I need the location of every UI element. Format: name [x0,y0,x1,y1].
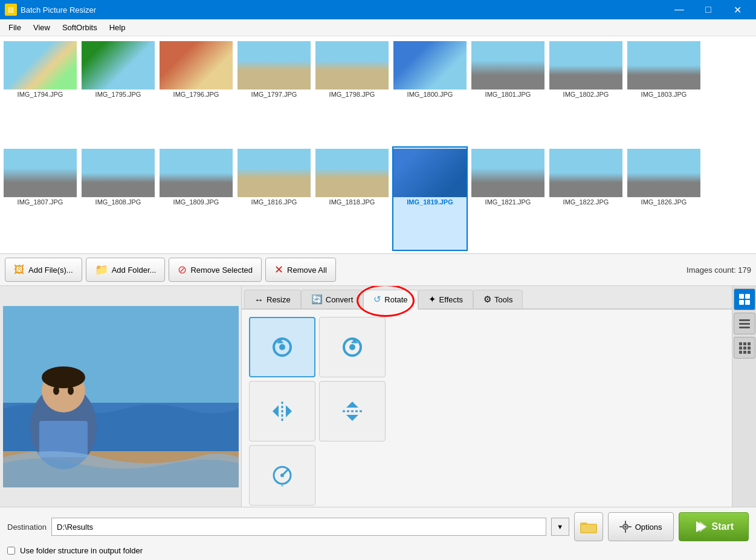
title-bar: 🖼 Batch Picture Resizer — □ ✕ [0,0,756,19]
thumb-item[interactable]: IMG_1794.JPG [2,39,78,144]
preview-pane [0,286,242,507]
thumb-item[interactable]: IMG_1818.JPG [314,146,390,252]
svg-rect-26 [739,342,742,345]
thumb-item-selected[interactable]: IMG_1819.JPG [392,146,468,252]
menu-help[interactable]: Help [103,21,132,34]
start-button[interactable]: Start [679,512,749,541]
app-title: Batch Picture Resizer [21,5,665,15]
svg-marker-45 [700,521,707,532]
menu-view[interactable]: View [27,21,56,34]
svg-rect-32 [739,351,742,354]
close-button[interactable]: ✕ [723,0,751,19]
app-icon: 🖼 [5,4,17,16]
svg-rect-41 [625,530,626,533]
destination-dropdown-button[interactable]: ▼ [551,518,569,536]
svg-rect-24 [739,323,750,325]
thumb-item[interactable]: IMG_1801.JPG [470,39,546,144]
add-files-icon: 🖼 [14,264,25,276]
tab-effects[interactable]: ✦ Effects [418,290,474,308]
thumb-label: IMG_1797.JPG [251,91,297,98]
menu-file[interactable]: File [2,21,27,34]
thumb-item[interactable]: IMG_1809.JPG [158,146,234,252]
folder-structure-checkbox[interactable] [7,547,15,555]
thumb-label: IMG_1822.JPG [563,198,609,206]
svg-point-17 [280,474,284,477]
svg-rect-34 [748,351,751,354]
thumb-item[interactable]: IMG_1816.JPG [236,146,312,252]
thumb-image [471,41,544,90]
svg-rect-33 [743,351,746,354]
add-folder-button[interactable]: 📁 Add Folder... [86,258,166,282]
tab-tools[interactable]: ⚙ Tools [473,290,523,308]
folder-structure-row: Use folder structure in output folder [7,546,749,555]
sidebar-grid-view-button[interactable] [734,337,755,359]
sidebar-list-view-button[interactable] [734,313,755,334]
rotate-ccw-button[interactable] [249,317,315,377]
folder-structure-label[interactable]: Use folder structure in output folder [20,546,143,555]
sidebar-gallery-view-button[interactable] [734,288,755,310]
thumb-image [315,41,389,90]
custom-rotate-button[interactable]: × [249,445,315,506]
remove-selected-button[interactable]: ⊘ Remove Selected [169,258,262,282]
thumb-label: IMG_1821.JPG [485,198,531,206]
thumb-label: IMG_1818.JPG [329,198,375,206]
thumb-item[interactable]: IMG_1822.JPG [548,146,624,252]
minimize-button[interactable]: — [665,0,693,19]
effects-icon: ✦ [428,294,436,305]
tab-resize[interactable]: ↔ Resize [244,290,301,308]
flip-horizontal-button[interactable] [249,381,315,441]
svg-rect-28 [748,342,751,345]
flip-vertical-button[interactable] [319,381,386,441]
rotate-cw-button[interactable] [319,317,386,377]
menu-softorbits[interactable]: SoftOrbits [56,21,103,34]
svg-rect-37 [581,525,596,532]
thumb-image [82,149,155,197]
thumb-label: IMG_1816.JPG [251,198,297,206]
add-files-label: Add File(s)... [28,265,73,275]
svg-rect-40 [625,521,626,524]
toolbar-row: 🖼 Add File(s)... 📁 Add Folder... ⊘ Remov… [0,254,756,286]
tab-rotate[interactable]: ↺ Rotate [363,290,418,310]
svg-rect-31 [748,347,751,350]
thumb-item[interactable]: IMG_1798.JPG [314,39,390,144]
thumb-item[interactable]: IMG_1800.JPG [392,39,468,144]
thumb-label: IMG_1808.JPG [95,198,141,206]
svg-rect-22 [745,300,750,305]
custom-rotate-icon: × [268,461,297,490]
svg-rect-20 [745,294,750,299]
svg-rect-19 [739,294,744,299]
options-button[interactable]: Options [608,512,674,541]
thumb-item[interactable]: IMG_1797.JPG [236,39,312,144]
thumb-item[interactable]: IMG_1826.JPG [626,146,702,252]
thumb-image [627,149,700,197]
remove-selected-label: Remove Selected [190,265,253,275]
convert-icon: 🔄 [311,294,323,305]
thumb-item[interactable]: IMG_1821.JPG [470,146,546,252]
options-gear-icon [619,521,632,533]
thumb-label: IMG_1795.JPG [95,91,141,98]
options-label: Options [635,523,662,532]
thumb-label: IMG_1809.JPG [173,198,219,206]
list-view-icon [738,317,751,330]
start-icon [694,520,707,533]
thumb-item[interactable]: IMG_1808.JPG [80,146,156,252]
add-files-button[interactable]: 🖼 Add File(s)... [5,258,82,282]
destination-input[interactable] [51,518,546,536]
gallery-area: IMG_1794.JPG IMG_1795.JPG IMG_1796.JPG I… [0,36,756,560]
start-label: Start [712,521,734,532]
svg-rect-0 [3,306,239,403]
thumb-item[interactable]: IMG_1803.JPG [626,39,702,144]
remove-all-button[interactable]: ✕ Remove All [265,258,336,282]
thumb-item[interactable]: IMG_1795.JPG [80,39,156,144]
thumb-label: IMG_1807.JPG [18,198,63,206]
maximize-button[interactable]: □ [694,0,722,19]
thumb-item[interactable]: IMG_1807.JPG [2,146,78,252]
destination-row: Destination ▼ [7,512,749,541]
svg-point-10 [279,344,285,350]
svg-rect-29 [739,347,742,350]
tab-resize-label: Resize [267,295,291,304]
thumb-item[interactable]: IMG_1796.JPG [158,39,234,144]
thumb-item[interactable]: IMG_1802.JPG [548,39,624,144]
tab-convert[interactable]: 🔄 Convert [301,290,364,308]
open-destination-button[interactable] [574,512,603,541]
